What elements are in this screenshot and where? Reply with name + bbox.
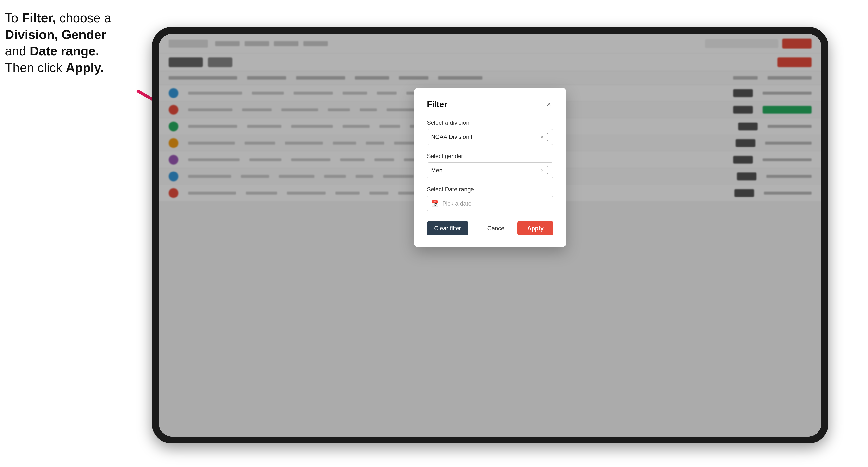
date-form-group: Select Date range 📅 Pick a date [427, 186, 553, 212]
tablet-frame: Filter × Select a division NCAA Division… [152, 27, 828, 443]
division-label: Select a division [427, 119, 553, 126]
tablet-screen: Filter × Select a division NCAA Division… [159, 34, 822, 437]
instruction-line1: To Filter, choose a [5, 11, 111, 25]
date-placeholder: Pick a date [442, 200, 471, 207]
gender-form-group: Select gender Men × ⌃⌄ [427, 153, 553, 178]
filter-modal: Filter × Select a division NCAA Division… [414, 88, 566, 247]
clear-filter-button[interactable]: Clear filter [427, 221, 468, 236]
instruction-text: To Filter, choose a Division, Gender and… [5, 10, 142, 76]
cancel-button[interactable]: Cancel [480, 221, 513, 236]
apply-button[interactable]: Apply [517, 221, 553, 236]
calendar-icon: 📅 [431, 200, 439, 208]
gender-select[interactable]: Men × ⌃⌄ [427, 162, 553, 178]
modal-footer: Clear filter Cancel Apply [427, 221, 553, 236]
division-select-icons: × ⌃⌄ [540, 132, 549, 142]
division-form-group: Select a division NCAA Division I × ⌃⌄ [427, 119, 553, 145]
date-input[interactable]: 📅 Pick a date [427, 196, 553, 212]
modal-title: Filter [427, 99, 447, 109]
instruction-bold2: Division, Gender [5, 27, 106, 42]
gender-select-value: Men [431, 167, 442, 174]
instruction-line3: and Date range. [5, 44, 99, 58]
division-select-value: NCAA Division I [431, 133, 472, 141]
gender-label: Select gender [427, 153, 553, 159]
close-button[interactable]: × [545, 100, 553, 109]
instruction-line4: Then click Apply. [5, 61, 104, 75]
division-arrow-icon: ⌃⌄ [546, 132, 549, 142]
division-select[interactable]: NCAA Division I × ⌃⌄ [427, 129, 553, 145]
footer-right: Cancel Apply [480, 221, 553, 236]
modal-title-row: Filter × [427, 99, 553, 109]
gender-clear-icon[interactable]: × [540, 167, 544, 173]
gender-arrow-icon: ⌃⌄ [546, 166, 549, 175]
modal-overlay: Filter × Select a division NCAA Division… [159, 34, 822, 437]
date-label: Select Date range [427, 186, 553, 193]
division-clear-icon[interactable]: × [540, 134, 544, 140]
gender-select-icons: × ⌃⌄ [540, 166, 549, 175]
